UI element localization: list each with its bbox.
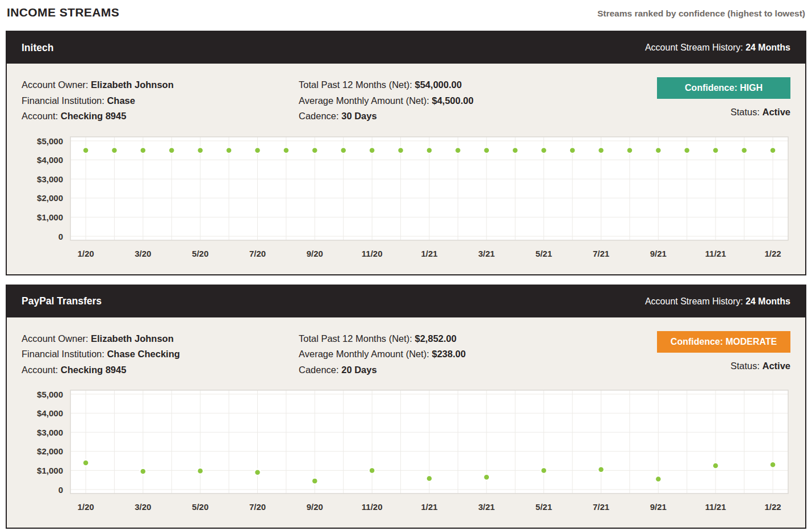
stream-history-label: Account Stream History: [645,296,743,306]
total-past-12-months-label: Total Past 12 Months (Net): [299,333,412,344]
x-tick-label: 5/20 [192,502,208,512]
account-line: Account: Checking 8945 [22,362,299,378]
y-tick-label: $4,000 [37,155,63,165]
total-past-12-months-value: $2,852.00 [415,333,457,344]
x-tick-label: 1/20 [77,502,94,512]
stream-name: Initech [22,42,53,54]
stream-chart: $5,000$4,000$3,000$2,000$1,00001/203/205… [22,135,790,265]
data-point [254,469,261,475]
stream-card-initech: Initech Account Stream History: 24 Month… [6,31,806,275]
confidence-badge: Confidence: HIGH [657,77,790,99]
account-line: Account: Checking 8945 [22,108,299,124]
data-point [570,147,576,153]
stream-card-paypal-transfers: PayPal Transfers Account Stream History:… [6,285,806,529]
stream-name: PayPal Transfers [22,295,102,307]
data-point [598,147,604,153]
data-point [713,147,719,153]
data-point [684,147,690,153]
financial-institution-line: Financial Institution: Chase Checking [22,346,299,362]
data-point [655,476,662,482]
cadence-value: 20 Days [341,365,376,375]
x-tick-label: 3/21 [478,249,495,258]
data-point [626,147,633,153]
data-point [140,147,146,153]
total-past-12-months-line: Total Past 12 Months (Net): $54,000.00 [299,77,642,93]
x-tick-label: 1/22 [764,249,781,258]
stream-card-body: Account Owner: Elizabeth Johnson Financi… [7,317,805,528]
data-point [169,147,175,153]
scatter-plot: $5,000$4,000$3,000$2,000$1,00001/203/205… [22,388,790,519]
y-tick-label: $2,000 [37,193,63,203]
data-point [426,475,433,482]
average-monthly-amount-line: Average Monthly Amount (Net): $4,500.00 [299,93,642,109]
x-tick-label: 5/21 [535,502,552,512]
data-point [340,147,346,153]
cadence-line: Cadence: 30 Days [299,108,642,124]
data-point [312,478,318,484]
financial-institution-value: Chase Checking [107,349,179,359]
total-past-12-months-value: $54,000.00 [415,80,462,90]
status-label: Status: [731,107,760,117]
account-owner-value: Elizabeth Johnson [91,80,174,90]
account-value: Checking 8945 [61,111,127,121]
financial-institution-line: Financial Institution: Chase [22,93,299,109]
average-monthly-amount-line: Average Monthly Amount (Net): $238.00 [299,346,642,362]
account-info: Account Owner: Elizabeth Johnson Financi… [22,77,299,124]
data-point [197,147,203,153]
page-title: INCOME STREAMS [7,6,119,19]
page-subtitle: Streams ranked by confidence (highest to… [597,9,805,19]
data-point [283,147,289,153]
x-tick-label: 5/20 [192,249,208,258]
y-tick-label: $4,000 [37,408,63,418]
stream-chart: $5,000$4,000$3,000$2,000$1,00001/203/205… [22,388,790,519]
account-info: Account Owner: Elizabeth Johnson Financi… [22,331,299,378]
account-owner-label: Account Owner: [22,333,88,344]
data-point [541,147,547,153]
account-owner-label: Account Owner: [22,80,88,90]
y-tick-label: $3,000 [37,428,63,437]
x-tick-label: 1/21 [421,249,437,258]
data-point [312,147,318,153]
data-point [369,147,375,153]
average-monthly-amount-value: $4,500.00 [432,95,473,106]
stream-meta-row: Account Owner: Elizabeth Johnson Financi… [22,77,790,124]
status-value: Active [762,361,790,371]
data-point [111,147,118,153]
scatter-plot: $5,000$4,000$3,000$2,000$1,00001/203/205… [22,135,790,265]
account-label: Account: [22,365,58,375]
data-point [512,147,518,153]
data-point [598,466,604,473]
data-point [741,147,747,153]
account-owner-line: Account Owner: Elizabeth Johnson [22,331,299,347]
data-point [713,463,719,469]
x-tick-label: 1/22 [764,502,781,512]
average-monthly-amount-value: $238.00 [432,349,466,359]
data-point [397,147,404,153]
data-point [426,147,433,153]
y-tick-label: $1,000 [37,466,63,475]
y-tick-label: $2,000 [37,446,63,456]
financial-institution-label: Financial Institution: [22,95,104,106]
x-tick-label: 9/20 [307,249,323,258]
x-tick-label: 1/21 [421,502,437,512]
x-tick-label: 11/21 [705,502,726,512]
stream-card-header: Initech Account Stream History: 24 Month… [7,32,805,64]
data-point [455,147,461,153]
data-point [369,467,375,474]
confidence-status-column: Confidence: MODERATE Status: Active [642,331,790,371]
cadence-value: 30 Days [341,111,376,121]
status-line: Status: Active [731,107,791,118]
stream-stats: Total Past 12 Months (Net): $2,852.00 Av… [299,331,642,378]
income-streams-page: INCOME STREAMS Streams ranked by confide… [0,0,812,531]
average-monthly-amount-label: Average Monthly Amount (Net): [299,349,429,359]
status-label: Status: [731,361,760,371]
y-tick-label: $5,000 [37,390,63,399]
x-tick-label: 7/21 [593,502,609,512]
status-line: Status: Active [731,361,791,371]
data-point [197,468,203,474]
cadence-label: Cadence: [299,365,339,375]
stream-history-value: 24 Months [746,43,790,52]
x-tick-label: 7/21 [593,249,609,258]
stream-history-value: 24 Months [746,296,790,306]
stream-history: Account Stream History: 24 Months [645,296,790,307]
